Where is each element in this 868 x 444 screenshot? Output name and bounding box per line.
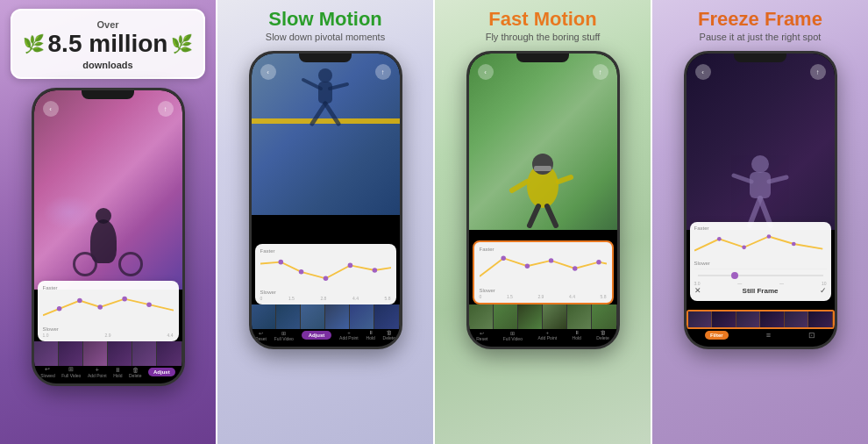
graph-x-labels-3: 0 1.5 2.9 4.4 5.8 xyxy=(480,294,607,299)
toolbar-hold-2[interactable]: ⏸Hold xyxy=(366,330,375,340)
toolbar-hold-3[interactable]: ⏸Hold xyxy=(573,330,581,340)
film-frame-1-1 xyxy=(34,341,59,366)
x-label-2-0: 0 xyxy=(260,296,263,301)
toolbar-settings-icon-4[interactable]: ≡ xyxy=(766,331,771,340)
toolbar-fullvideo-3[interactable]: ⊞Full Video xyxy=(503,330,523,341)
x-label-1-0: 1.0 xyxy=(43,333,49,338)
freeze-figure xyxy=(725,151,795,230)
speed-graph-svg-2 xyxy=(260,254,391,285)
fp4-frame-5 xyxy=(785,312,809,327)
x-label-4-1: — xyxy=(737,281,742,286)
x-label-1-1: 2.9 xyxy=(105,333,111,338)
film-frame-2-1 xyxy=(252,304,276,329)
film-frame-3-2 xyxy=(494,304,518,329)
back-icon-2[interactable]: ‹ xyxy=(260,64,276,80)
fp4-frame-4 xyxy=(760,312,785,327)
svg-point-36 xyxy=(766,234,771,239)
toolbar-fullvideo-1[interactable]: ⊞Full Video xyxy=(61,366,81,378)
speed-graph-card-3: Faster Slower 0 1.5 2.9 4.4 5.8 xyxy=(473,240,614,304)
film-frame-1-6 xyxy=(157,341,181,366)
svg-point-23 xyxy=(501,256,505,261)
phone-mockup-3: ‹ ↑ Faster Slower 0 1.5 xyxy=(466,51,620,349)
toolbar-delete-1[interactable]: 🗑Delete xyxy=(129,367,141,378)
film-frame-2-6 xyxy=(374,304,399,329)
toolbar-addpoint-3[interactable]: +Add Point xyxy=(537,330,557,340)
x-label-3-0: 0 xyxy=(480,294,482,299)
upload-icon-2[interactable]: ↑ xyxy=(375,64,391,80)
panel-slow-motion: Slow Motion Slow down pivotal moments xyxy=(217,0,433,444)
toolbar-addpoint-2[interactable]: +Add Point xyxy=(339,330,359,340)
svg-rect-29 xyxy=(750,172,771,198)
phone-topbar-2: ‹ ↑ xyxy=(252,64,400,80)
film-frame-1-4 xyxy=(108,341,132,366)
still-frame-confirm-icon[interactable]: ✓ xyxy=(820,286,827,295)
freeze-svg xyxy=(725,151,795,230)
svg-point-1 xyxy=(77,298,82,304)
still-frame-header: ✕ Still Frame ✓ xyxy=(694,286,827,295)
toolbar-slowed-1[interactable]: ↩Slowed xyxy=(40,366,54,378)
phone-toolbar-4: Filter ≡ ⊡ xyxy=(687,327,835,343)
svg-line-32 xyxy=(734,175,751,182)
graph-faster-label-2: Faster xyxy=(260,248,391,254)
scrubber-track[interactable] xyxy=(698,272,823,279)
toolbar-filter-btn-4[interactable]: Filter xyxy=(705,331,729,340)
film-frame-1-3 xyxy=(83,341,108,366)
slow-motion-subtitle: Slow down pivotal moments xyxy=(266,32,385,42)
fp4-frame-6 xyxy=(808,312,833,327)
toolbar-reset-2[interactable]: ↩Reset xyxy=(255,330,267,341)
phone-hero-4: ‹ ↑ xyxy=(687,54,835,229)
phone-toolbar-3: ↩Reset ⊞Full Video +Add Point ⏸Hold 🗑Del… xyxy=(469,327,617,343)
svg-line-21 xyxy=(530,206,538,226)
filmstrip-3 xyxy=(469,304,617,329)
svg-point-24 xyxy=(524,264,529,269)
film-frame-2-4 xyxy=(325,304,350,329)
upload-icon-1[interactable]: ↑ xyxy=(158,101,174,117)
x-label-2-2: 2.8 xyxy=(320,296,326,301)
speed-graph-svg-3 xyxy=(480,253,607,283)
x-label-3-2: 2.9 xyxy=(537,294,544,299)
back-icon-1[interactable]: ‹ xyxy=(43,101,59,117)
film-frame-1-5 xyxy=(132,341,157,366)
phone-mockup-2: ‹ ↑ Faster Slower 0 1.5 xyxy=(249,51,402,349)
film-frame-3-6 xyxy=(592,304,616,329)
film-frame-2-3 xyxy=(301,304,325,329)
svg-line-33 xyxy=(769,177,786,182)
toolbar-hold-1[interactable]: ⏸Hold xyxy=(113,367,122,378)
film-frame-3-4 xyxy=(543,304,567,329)
x-label-2-3: 4.4 xyxy=(352,296,359,301)
film-frame-3-1 xyxy=(469,304,494,329)
toolbar-reset-3[interactable]: ↩Reset xyxy=(476,330,487,341)
toolbar-delete-3[interactable]: 🗑Delete xyxy=(596,330,608,340)
laurel-decoration: 🌿 Over 8.5 million downloads 🌿 xyxy=(23,16,194,72)
toolbar-delete-2[interactable]: 🗑Delete xyxy=(383,330,395,340)
svg-point-17 xyxy=(532,154,553,175)
toolbar-addpoint-1[interactable]: +Add Point xyxy=(88,367,107,378)
toolbar-fullvideo-2[interactable]: ⊞Full Video xyxy=(274,330,294,341)
freeze-frame-title: Freeze Frame xyxy=(698,9,822,30)
graph-slower-label-3: Slower xyxy=(480,288,607,293)
svg-line-8 xyxy=(325,104,338,124)
x-label-4-2: — xyxy=(779,281,784,286)
toolbar-adjust-btn-2[interactable]: Adjust xyxy=(302,331,332,340)
badge-number: 8.5 million xyxy=(48,32,168,56)
svg-point-25 xyxy=(548,258,552,262)
scrubber-thumb[interactable] xyxy=(731,272,738,279)
dirt-biker-area xyxy=(508,147,578,230)
badge-over-text: Over xyxy=(96,19,118,30)
x-label-2-4: 5.8 xyxy=(385,296,391,301)
phone-hero-3: ‹ ↑ xyxy=(469,54,617,229)
still-frame-cancel-icon[interactable]: ✕ xyxy=(694,286,701,295)
phone-screen-2: ‹ ↑ Faster Slower 0 1.5 xyxy=(252,54,400,347)
svg-point-3 xyxy=(122,297,127,302)
upload-icon-4[interactable]: ↑ xyxy=(810,64,826,80)
back-icon-4[interactable]: ‹ xyxy=(695,64,711,80)
phone-hero-2: ‹ ↑ xyxy=(252,54,400,215)
phone-screen-4: ‹ ↑ Faster Slower xyxy=(687,54,835,347)
back-icon-3[interactable]: ‹ xyxy=(478,64,494,80)
toolbar-adjust-btn-1[interactable]: Adjust xyxy=(148,368,175,376)
svg-point-28 xyxy=(751,155,769,173)
toolbar-share-icon-4[interactable]: ⊡ xyxy=(808,331,815,340)
track-line xyxy=(698,275,823,276)
upload-icon-3[interactable]: ↑ xyxy=(593,64,608,80)
phone-topbar-4: ‹ ↑ xyxy=(687,64,835,80)
